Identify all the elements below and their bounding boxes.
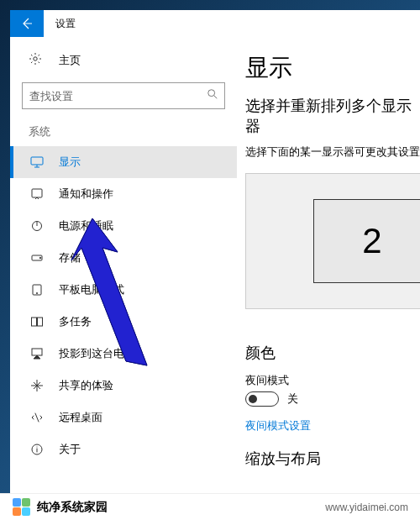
display-arrangement[interactable]: 2 <box>245 173 420 309</box>
watermark-logo-icon <box>12 498 30 517</box>
nav-item-display[interactable]: 显示 <box>10 146 237 178</box>
rearrange-heading: 选择并重新排列多个显示器 <box>245 96 420 136</box>
night-mode-settings-link[interactable]: 夜间模式设置 <box>245 418 420 433</box>
back-button[interactable] <box>10 10 44 37</box>
night-mode-toggle-row: 关 <box>245 391 420 407</box>
watermark-brand: 纯净系统家园 <box>37 500 108 515</box>
svg-point-0 <box>34 57 37 60</box>
multitask-icon <box>29 315 45 328</box>
color-heading: 颜色 <box>245 343 420 363</box>
nav-label: 平板电脑模式 <box>59 282 124 297</box>
nav-item-about[interactable]: 关于 <box>10 433 237 465</box>
gear-icon <box>29 52 45 69</box>
power-icon <box>29 219 45 233</box>
watermark-bar: 纯净系统家园 www.yidaimei.com <box>0 493 420 520</box>
nav-label: 共享的体验 <box>59 378 113 393</box>
page-heading: 显示 <box>245 52 420 84</box>
search-icon <box>207 88 218 103</box>
svg-rect-11 <box>32 349 42 355</box>
nav-item-project[interactable]: 投影到这台电脑 <box>10 338 237 370</box>
nav-label: 显示 <box>59 155 81 170</box>
titlebar: 设置 <box>10 10 420 37</box>
project-icon <box>29 347 45 360</box>
window-title: 设置 <box>44 17 76 31</box>
home-label: 主页 <box>59 53 81 68</box>
nav-label: 投影到这台电脑 <box>59 346 135 361</box>
main-panel: 显示 选择并重新排列多个显示器 选择下面的某一显示器可更改其设置。某 2 颜色 … <box>237 37 420 493</box>
rearrange-desc: 选择下面的某一显示器可更改其设置。某 <box>245 144 420 160</box>
watermark-url: www.yidaimei.com <box>325 502 408 513</box>
info-icon <box>29 443 45 456</box>
settings-window: 设置 主页 系统 显示 通知和操作 <box>10 10 420 493</box>
svg-point-1 <box>208 90 215 97</box>
nav-label: 远程桌面 <box>59 410 102 425</box>
back-arrow-icon <box>20 17 34 30</box>
svg-rect-9 <box>32 318 37 326</box>
nav-item-power[interactable]: 电源和睡眠 <box>10 210 237 242</box>
home-button[interactable]: 主页 <box>10 44 237 77</box>
storage-icon <box>29 251 45 265</box>
remote-icon <box>29 411 45 424</box>
sidebar: 主页 系统 显示 通知和操作 电源和睡眠 <box>10 37 237 493</box>
night-mode-state: 关 <box>287 391 298 407</box>
night-mode-toggle[interactable] <box>245 391 279 407</box>
search-input[interactable] <box>22 82 225 109</box>
nav-item-multitask[interactable]: 多任务 <box>10 306 237 338</box>
monitor-number: 2 <box>362 221 381 261</box>
scale-heading: 缩放与布局 <box>245 449 420 469</box>
nav-item-notifications[interactable]: 通知和操作 <box>10 178 237 210</box>
svg-rect-2 <box>31 157 43 165</box>
content: 主页 系统 显示 通知和操作 电源和睡眠 <box>10 37 420 493</box>
nav-label: 存储 <box>59 250 81 265</box>
monitor-icon <box>29 155 45 169</box>
nav-label: 电源和睡眠 <box>59 218 113 234</box>
svg-point-8 <box>36 292 37 293</box>
nav-item-remote[interactable]: 远程桌面 <box>10 402 237 433</box>
tablet-icon <box>29 283 45 297</box>
color-section: 颜色 夜间模式 关 夜间模式设置 缩放与布局 <box>245 343 420 469</box>
toggle-thumb <box>249 395 257 403</box>
svg-point-6 <box>39 257 41 259</box>
section-label: 系统 <box>10 109 237 146</box>
nav-label: 关于 <box>59 442 81 457</box>
monitor-2[interactable]: 2 <box>313 199 420 283</box>
nav-label: 多任务 <box>59 314 92 329</box>
svg-rect-10 <box>38 318 43 326</box>
nav-label: 通知和操作 <box>59 186 113 202</box>
svg-rect-3 <box>32 189 42 197</box>
notification-icon <box>29 187 45 201</box>
search-wrap <box>22 82 225 109</box>
share-icon <box>29 379 45 392</box>
nav-item-share[interactable]: 共享的体验 <box>10 370 237 402</box>
nav-item-tablet[interactable]: 平板电脑模式 <box>10 274 237 306</box>
nav-item-storage[interactable]: 存储 <box>10 242 237 274</box>
night-mode-label: 夜间模式 <box>245 373 420 388</box>
